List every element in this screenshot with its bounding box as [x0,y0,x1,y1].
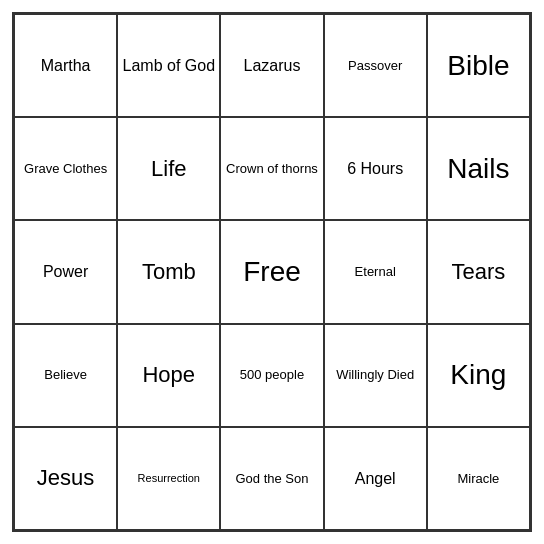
bingo-cell: Passover [324,14,427,117]
bingo-cell: 500 people [220,324,323,427]
cell-text: 500 people [240,367,304,383]
cell-text: God the Son [235,471,308,487]
cell-text: Eternal [355,264,396,280]
bingo-cell: Tomb [117,220,220,323]
bingo-cell: Nails [427,117,530,220]
bingo-cell: Grave Clothes [14,117,117,220]
bingo-cell: Bible [427,14,530,117]
bingo-cell: Eternal [324,220,427,323]
cell-text: Believe [44,367,87,383]
cell-text: Tears [451,259,505,285]
bingo-cell: Jesus [14,427,117,530]
cell-text: Miracle [457,471,499,487]
bingo-cell: Tears [427,220,530,323]
cell-text: Grave Clothes [24,161,107,177]
cell-text: Resurrection [138,472,200,485]
bingo-cell: 6 Hours [324,117,427,220]
cell-text: Willingly Died [336,367,414,383]
bingo-cell: Believe [14,324,117,427]
cell-text: 6 Hours [347,159,403,178]
cell-text: Crown of thorns [226,161,318,177]
cell-text: Passover [348,58,402,74]
bingo-cell: Lazarus [220,14,323,117]
cell-text: Lazarus [244,56,301,75]
bingo-cell: King [427,324,530,427]
cell-text: Tomb [142,259,196,285]
bingo-cell: Free [220,220,323,323]
cell-text: Martha [41,56,91,75]
bingo-cell: Willingly Died [324,324,427,427]
cell-text: King [450,358,506,392]
bingo-cell: Hope [117,324,220,427]
cell-text: Nails [447,152,509,186]
cell-text: Free [243,255,301,289]
cell-text: Hope [142,362,195,388]
cell-text: Life [151,156,186,182]
bingo-cell: Lamb of God [117,14,220,117]
bingo-cell: Life [117,117,220,220]
bingo-board: MarthaLamb of GodLazarusPassoverBibleGra… [12,12,532,532]
bingo-cell: Martha [14,14,117,117]
cell-text: Lamb of God [123,56,216,75]
bingo-cell: Crown of thorns [220,117,323,220]
bingo-cell: Angel [324,427,427,530]
cell-text: Jesus [37,465,94,491]
bingo-cell: God the Son [220,427,323,530]
cell-text: Bible [447,49,509,83]
bingo-cell: Resurrection [117,427,220,530]
cell-text: Power [43,262,88,281]
bingo-cell: Miracle [427,427,530,530]
cell-text: Angel [355,469,396,488]
bingo-cell: Power [14,220,117,323]
